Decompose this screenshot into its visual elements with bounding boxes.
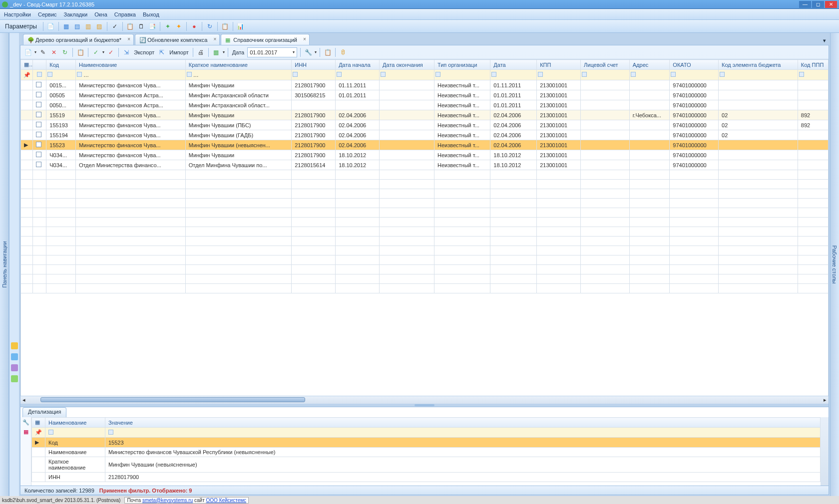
col-header[interactable]: Дата [490,60,537,70]
uncheck-icon[interactable]: ✓ [106,48,115,57]
strip-icon[interactable] [11,364,18,371]
maximize-button[interactable]: ◻ [812,1,824,8]
menu-exit[interactable]: Выход [143,11,159,17]
tool-icon[interactable]: 📄 [46,22,55,31]
pin-icon[interactable]: 📌 [21,70,33,80]
table-row[interactable]: 155193Министерство финансов Чува...Минфи… [21,120,829,130]
strip-icon[interactable] [11,342,18,349]
pin-icon[interactable]: 📌 [32,428,45,438]
tool-icon[interactable]: ✓ [110,22,119,31]
dcol-value[interactable]: Значение [105,418,821,428]
col-header[interactable]: ▦ ▾ [21,60,33,70]
detail-row[interactable]: ИНН2128017900 [32,473,821,482]
menu-settings[interactable]: Настройки [4,11,31,17]
dcol-name[interactable]: Наименование [45,418,105,428]
detail-row[interactable]: ▶Код15523 [32,438,821,448]
delete-icon[interactable]: ✕ [49,48,58,57]
col-header[interactable]: ИНН [292,60,336,70]
col-header[interactable]: Краткое наименование [185,60,292,70]
print-icon[interactable]: 🖨 [196,48,205,57]
edit-icon[interactable]: ✎ [38,48,47,57]
list-icon[interactable]: 📋 [323,48,332,57]
table-row[interactable]: 0050...Министерство финансов Астра...Мин… [21,100,829,110]
menu-help[interactable]: Справка [114,11,136,17]
col-header[interactable]: Лицевой счет [581,60,630,70]
col-header[interactable]: Код ППП [798,60,828,70]
horizontal-scrollbar[interactable]: ◂▸ [20,396,829,404]
col-header[interactable]: Наименование [75,60,185,70]
col-header[interactable]: Дата окончания [380,60,434,70]
mail-link[interactable]: smeta@keysystems.ru [142,498,193,503]
export-label[interactable]: Экспорт [134,49,154,55]
vertical-scrollbar[interactable] [821,417,829,486]
filter-short[interactable] [193,71,292,79]
check-icon[interactable]: ✓ [91,48,100,57]
close-icon[interactable]: × [303,36,306,42]
tool-icon[interactable]: ✦ [163,22,172,31]
chart-icon[interactable]: 📊 [236,22,245,31]
col-header[interactable]: Тип организаци [434,60,490,70]
tool-icon[interactable]: ▤ [73,22,82,31]
copy-icon[interactable]: 📋 [76,48,85,57]
right-panel-collapsed[interactable]: Рабочие столы [830,33,839,496]
tool-icon[interactable]: 🗒 [137,22,146,31]
details-tab[interactable]: Детализация [22,407,66,417]
tool-icon[interactable]: 📋 [126,22,135,31]
tool-icon[interactable]: ✦ [174,22,183,31]
col-header[interactable]: Код элемента бюджета [719,60,798,70]
grid-icon[interactable]: ▦ [23,429,28,435]
status-bar: Количество записей: 12989 Применен фильт… [20,486,829,495]
strip-icon[interactable] [11,353,18,360]
close-icon[interactable]: × [213,36,216,42]
left-panel-collapsed[interactable]: Панель навигации [0,33,9,496]
detail-row[interactable]: Краткое наименованиеМинфин Чувашии (невы… [32,457,821,473]
tab-directory[interactable]: ▦Справочник организаций× [221,34,310,45]
document-tabs: 🌳Дерево организаций и бюджетов*× 🔄Обновл… [20,34,829,45]
col-header[interactable]: Дата начала [336,60,380,70]
excel-icon[interactable]: ▦ [212,48,221,57]
col-header[interactable]: КПП [537,60,581,70]
tool-icon[interactable]: ● [190,22,199,31]
tab-tree[interactable]: 🌳Дерево организаций и бюджетов*× [23,34,134,45]
params-button[interactable]: Параметры [2,22,40,31]
site-link[interactable]: ООО Кейсистемс [206,498,247,503]
tool-icon[interactable]: ↻ [205,22,214,31]
detail-row[interactable]: НаименованиеМинистерство финансов Чувашс… [32,448,821,457]
wrench-icon[interactable]: 🔧 [22,419,29,426]
tabs-dropdown-icon[interactable]: ▾ [820,36,829,45]
db-icon[interactable]: 🛢 [339,48,348,57]
close-icon[interactable]: × [127,36,130,42]
new-icon[interactable]: 📄 [23,48,32,57]
minimize-button[interactable]: — [799,1,811,8]
export-icon[interactable]: ⇲ [122,48,131,57]
table-row[interactable]: Ч034...Министерство финансов Чува...Минф… [21,150,829,160]
refresh-icon[interactable]: ↻ [60,48,69,57]
app-status-bar: ksdb2\buh.svod_smart_dev 2013.05.31.1. (… [0,496,839,504]
tool-icon[interactable]: 📑 [148,22,157,31]
tool-icon[interactable]: ▥ [84,22,93,31]
table-row[interactable]: Ч034...Отдел Министерства финансо...Отде… [21,160,829,170]
date-input[interactable]: 01.01.2017▾ [247,47,297,57]
menu-bookmarks[interactable]: Закладки [64,11,88,17]
strip-icon[interactable] [11,375,18,382]
tool-icon[interactable]: ▨ [95,22,104,31]
col-header[interactable]: ОКАТО [670,60,719,70]
menu-service[interactable]: Сервис [38,11,57,17]
table-row[interactable]: ▶15523Министерство финансов Чува...Минфи… [21,140,829,150]
table-row[interactable]: 155194Министерство финансов Чува...Минфи… [21,130,829,140]
wrench-icon[interactable]: 🔧 [304,48,313,57]
import-label[interactable]: Импорт [169,49,188,55]
tool-icon[interactable]: ▦ [62,22,71,31]
table-row[interactable]: 00505Министерство финансов Астра...Минфи… [21,90,829,100]
tab-update[interactable]: 🔄Обновление комплекса× [135,34,220,45]
table-row[interactable]: 15519Министерство финансов Чува...Минфин… [21,110,829,120]
filter-name[interactable] [83,71,185,79]
col-header[interactable]: Код [46,60,76,70]
tool-icon[interactable]: 📋 [221,22,230,31]
col-header[interactable]: Адрес [629,60,670,70]
table-row[interactable]: 0015...Министерство финансов Чува...Минф… [21,80,829,90]
col-header[interactable] [33,60,46,70]
menu-windows[interactable]: Окна [94,11,107,17]
close-button[interactable]: ✕ [825,1,837,8]
import-icon[interactable]: ⇱ [157,48,166,57]
